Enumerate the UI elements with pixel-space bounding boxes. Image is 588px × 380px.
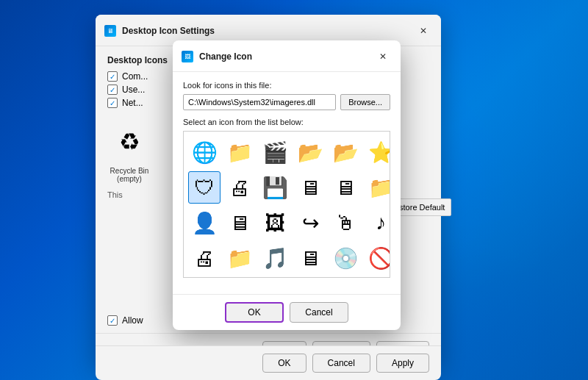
icon-13[interactable]: 🖥: [223, 207, 256, 239]
change-icon-ok-button[interactable]: OK: [225, 302, 284, 323]
icon-19[interactable]: 📁: [223, 242, 256, 274]
icon-8[interactable]: 💾: [259, 171, 291, 204]
icon-3[interactable]: 📂: [294, 136, 326, 168]
browse-button[interactable]: Browse...: [340, 94, 390, 110]
icon-23[interactable]: 🚫: [365, 242, 390, 274]
allow-checkbox[interactable]: [107, 315, 118, 326]
bg-dialog-close-button[interactable]: ✕: [415, 22, 432, 40]
icons-grid: 🌐 📁 🎬 📂 📂 ⭐ 🛡 🖨 💾 🖥 🖥 📁 👤 🖥 🖼 ↪ 🖱: [184, 132, 390, 278]
user-checkbox[interactable]: [107, 85, 118, 95]
recycle-bin-label: Recycle Bin(empty): [110, 167, 149, 183]
settings-title-icon: 🖥: [104, 25, 116, 37]
user-label: Use...: [122, 85, 145, 95]
change-icon-body: Look for icons in this file: Browse... S…: [173, 72, 401, 294]
allow-label: Allow: [122, 315, 143, 326]
icon-10[interactable]: 🖥: [329, 171, 362, 204]
icon-7[interactable]: 🖨: [223, 171, 256, 204]
bottom-ok-button[interactable]: OK: [262, 354, 306, 373]
change-icon-titlebar: 🖼 Change Icon ✕: [173, 40, 401, 72]
bottom-apply-button[interactable]: Apply: [376, 354, 429, 373]
icon-14[interactable]: 🖼: [259, 207, 291, 239]
icon-12[interactable]: 👤: [188, 207, 220, 239]
computer-checkbox[interactable]: [107, 71, 118, 82]
change-icon-title: Change Icon: [199, 51, 252, 62]
change-icon-footer: OK Cancel: [173, 294, 401, 330]
icon-16[interactable]: 🖱: [329, 207, 362, 239]
change-icon-cancel-button[interactable]: Cancel: [290, 302, 348, 323]
icon-20[interactable]: 🎵: [259, 242, 291, 274]
file-path-input[interactable]: [183, 94, 336, 110]
icon-17[interactable]: ♪: [365, 207, 390, 239]
icon-24[interactable]: 📦: [188, 277, 220, 278]
select-icon-label: Select an icon from the list below:: [183, 118, 390, 126]
icon-4[interactable]: 📂: [329, 136, 362, 168]
icon-21[interactable]: 🖥: [294, 242, 326, 274]
bottom-cancel-button[interactable]: Cancel: [312, 354, 370, 373]
computer-label: Com...: [122, 71, 148, 82]
icon-9[interactable]: 🖥: [294, 171, 326, 204]
icon-18[interactable]: 🖨: [188, 242, 220, 274]
bg-dialog-title-left: 🖥 Desktop Icon Settings: [104, 25, 215, 37]
look-for-label: Look for icons in this file:: [183, 81, 390, 90]
change-icon-dialog: 🖼 Change Icon ✕ Look for icons in this f…: [173, 40, 401, 330]
icon-6[interactable]: 🛡: [188, 171, 220, 204]
icon-1[interactable]: 📁: [223, 136, 256, 168]
file-row: Browse...: [183, 94, 390, 110]
icon-22[interactable]: 💿: [329, 242, 362, 274]
icon-11[interactable]: 📁: [365, 171, 390, 204]
bg-dialog-title: Desktop Icon Settings: [122, 26, 215, 36]
change-icon-title-left: 🖼 Change Icon: [182, 51, 252, 62]
bottom-bar: OK Cancel Apply: [96, 345, 441, 380]
icon-0[interactable]: 🌐: [188, 136, 220, 168]
recycle-bin-preview: ♻ Recycle Bin(empty): [107, 120, 151, 183]
icon-5[interactable]: ⭐: [365, 136, 390, 168]
icons-grid-container[interactable]: 🌐 📁 🎬 📂 📂 ⭐ 🛡 🖨 💾 🖥 🖥 📁 👤 🖥 🖼 ↪ 🖱: [183, 131, 390, 278]
network-label: Net...: [122, 98, 143, 108]
change-icon-close-button[interactable]: ✕: [374, 48, 392, 65]
icon-15[interactable]: ↪: [294, 207, 326, 239]
icon-2[interactable]: 🎬: [259, 136, 291, 168]
recycle-bin-icon: ♻: [107, 120, 151, 164]
network-checkbox[interactable]: [107, 98, 118, 108]
change-icon-title-icon: 🖼: [182, 51, 193, 62]
